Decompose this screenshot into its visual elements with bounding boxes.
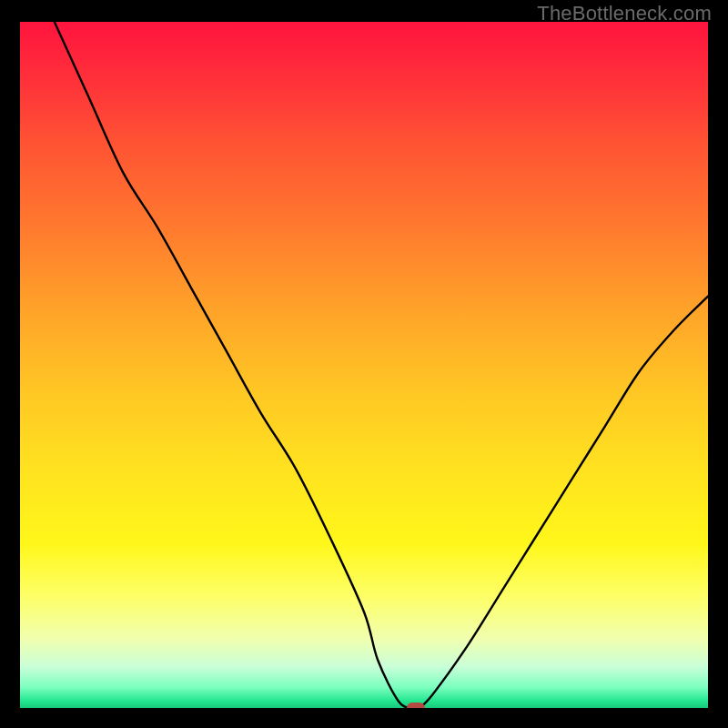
- chart-frame: TheBottleneck.com: [0, 0, 728, 728]
- optimum-marker: [407, 703, 425, 708]
- watermark-text: TheBottleneck.com: [537, 2, 712, 25]
- bottleneck-curve: [20, 22, 708, 708]
- plot-area: [20, 22, 708, 708]
- curve-path: [55, 22, 708, 708]
